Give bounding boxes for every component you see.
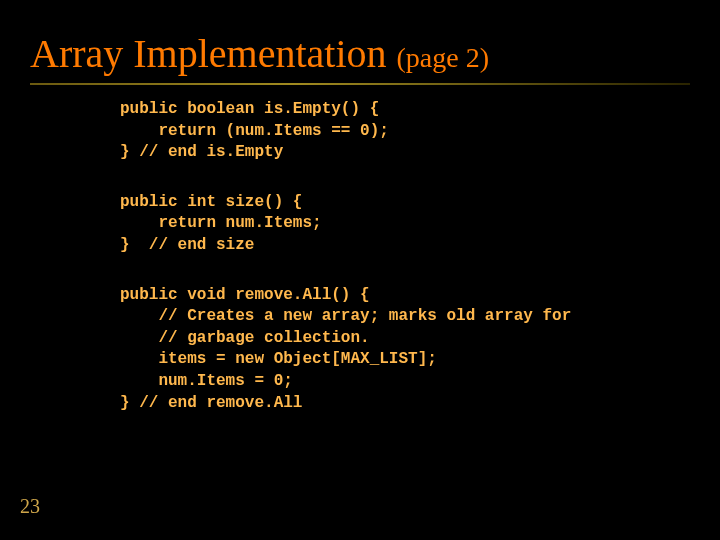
slide-title: Array Implementation	[30, 30, 387, 77]
code-block-removeall: public void remove.All() { // Creates a …	[120, 285, 720, 415]
divider	[30, 83, 690, 85]
title-row: Array Implementation (page 2)	[30, 30, 720, 77]
slide-subtitle: (page 2)	[397, 42, 490, 74]
code-block-isempty: public boolean is.Empty() { return (num.…	[120, 99, 720, 164]
page-number: 23	[20, 495, 40, 518]
slide: Array Implementation (page 2) public boo…	[0, 0, 720, 540]
code-block-size: public int size() { return num.Items; } …	[120, 192, 720, 257]
